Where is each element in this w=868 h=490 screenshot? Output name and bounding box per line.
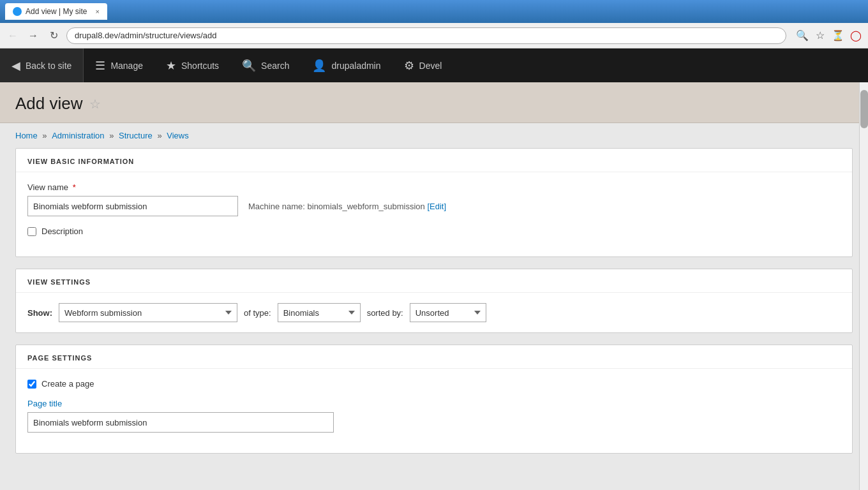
breadcrumb-structure[interactable]: Structure [119, 131, 153, 140]
search-label: Search [261, 61, 289, 71]
zoom-button[interactable]: 🔍 [795, 29, 809, 43]
type-select[interactable]: Binomials All Contact [278, 303, 361, 322]
menu-button[interactable]: ◯ [849, 29, 863, 43]
view-basic-info-body: View name * Machine name: binomials_webf… [16, 172, 852, 256]
back-button[interactable]: ← [5, 28, 20, 43]
tab-favicon [13, 7, 22, 16]
view-basic-info-header: VIEW BASIC INFORMATION [16, 149, 852, 172]
page-settings-header: PAGE SETTINGS [16, 345, 852, 369]
address-bar[interactable] [66, 27, 786, 44]
manage-label: Manage [110, 61, 143, 71]
breadcrumb: Home » Administration » Structure » View… [0, 123, 868, 148]
scrollbar[interactable] [859, 82, 868, 490]
breadcrumb-sep-2: » [109, 131, 116, 140]
search-button[interactable]: 🔍 Search [230, 48, 301, 82]
sorted-select[interactable]: Unsorted Newest first Oldest first Title [410, 303, 486, 322]
user-icon: 👤 [312, 59, 326, 73]
scrollbar-thumb[interactable] [860, 90, 868, 128]
show-label: Show: [27, 308, 52, 318]
browser-nav: ← → ↻ 🔍 ☆ ⏳ ◯ [0, 23, 868, 48]
of-type-label: of type: [244, 308, 271, 318]
description-group: Description [27, 226, 841, 236]
view-settings-section: VIEW SETTINGS Show: Webform submission C… [15, 269, 853, 333]
manage-button[interactable]: ☰ Manage [84, 48, 154, 82]
create-page-group: Create a page [27, 379, 841, 389]
user-menu[interactable]: 👤 drupaladmin [301, 48, 392, 82]
sorted-by-label: sorted by: [367, 308, 403, 318]
page-settings-body: Create a page Page title [16, 369, 852, 453]
view-name-label: View name * [27, 182, 841, 192]
back-arrow-icon: ◀ [11, 59, 20, 73]
create-page-checkbox[interactable] [27, 380, 36, 389]
tab-close-button[interactable]: × [96, 8, 100, 15]
search-icon: 🔍 [242, 59, 256, 73]
devel-menu[interactable]: ⚙ Devel [393, 48, 454, 82]
tab-title: Add view | My site [26, 7, 87, 16]
description-checkbox[interactable] [27, 227, 36, 236]
forward-button[interactable]: → [26, 28, 41, 43]
required-marker: * [73, 182, 76, 192]
breadcrumb-views[interactable]: Views [167, 131, 188, 140]
nav-icons: 🔍 ☆ ⏳ ◯ [795, 29, 863, 43]
refresh-button[interactable]: ↻ [46, 28, 61, 43]
breadcrumb-sep-3: » [157, 131, 164, 140]
browser-tab[interactable]: Add view | My site × [5, 3, 107, 20]
main-content: VIEW BASIC INFORMATION View name * Machi… [0, 148, 868, 480]
page-title-input[interactable] [27, 412, 334, 433]
machine-name-hint: Machine name: binomials_webform_submissi… [248, 202, 446, 211]
admin-toolbar: ◀ Back to site ☰ Manage ★ Shortcuts 🔍 Se… [0, 48, 868, 82]
shortcuts-button[interactable]: ★ Shortcuts [154, 48, 230, 82]
page-title: Add view [15, 94, 83, 114]
description-label[interactable]: Description [41, 226, 83, 236]
view-basic-info-section: VIEW BASIC INFORMATION View name * Machi… [15, 148, 853, 257]
back-to-site-label: Back to site [26, 61, 71, 71]
create-page-label[interactable]: Create a page [41, 379, 94, 389]
page-content: Add view ☆ Home » Administration » Struc… [0, 82, 868, 490]
view-settings-header: VIEW SETTINGS [16, 269, 852, 293]
page-header: Add view ☆ [0, 82, 868, 123]
create-page-checkbox-row: Create a page [27, 379, 841, 389]
breadcrumb-administration[interactable]: Administration [52, 131, 104, 140]
breadcrumb-home[interactable]: Home [15, 131, 38, 140]
back-to-site-button[interactable]: ◀ Back to site [0, 48, 84, 82]
view-name-group: View name * Machine name: binomials_webf… [27, 182, 841, 216]
star-button[interactable]: ☆ [813, 29, 827, 43]
bookmark-icon[interactable]: ☆ [89, 96, 101, 112]
breadcrumb-sep-1: » [42, 131, 49, 140]
page-title-group: Page title [27, 399, 841, 433]
view-settings-body: Show: Webform submission Content Files U… [16, 293, 852, 332]
gear-icon: ⚙ [404, 59, 414, 73]
shortcuts-label: Shortcuts [181, 61, 219, 71]
user-label: drupaladmin [331, 61, 380, 71]
description-checkbox-row: Description [27, 226, 841, 236]
browser-chrome: Add view | My site × [0, 0, 868, 23]
devel-label: Devel [419, 61, 442, 71]
star-icon: ★ [166, 59, 176, 73]
page-title-field-label: Page title [27, 399, 841, 408]
page-settings-section: PAGE SETTINGS Create a page Page title [15, 345, 853, 454]
show-select[interactable]: Webform submission Content Files Users [59, 303, 237, 322]
hamburger-icon: ☰ [95, 59, 105, 73]
view-name-input[interactable] [27, 196, 238, 216]
history-button[interactable]: ⏳ [831, 29, 845, 43]
show-row: Show: Webform submission Content Files U… [27, 303, 841, 322]
